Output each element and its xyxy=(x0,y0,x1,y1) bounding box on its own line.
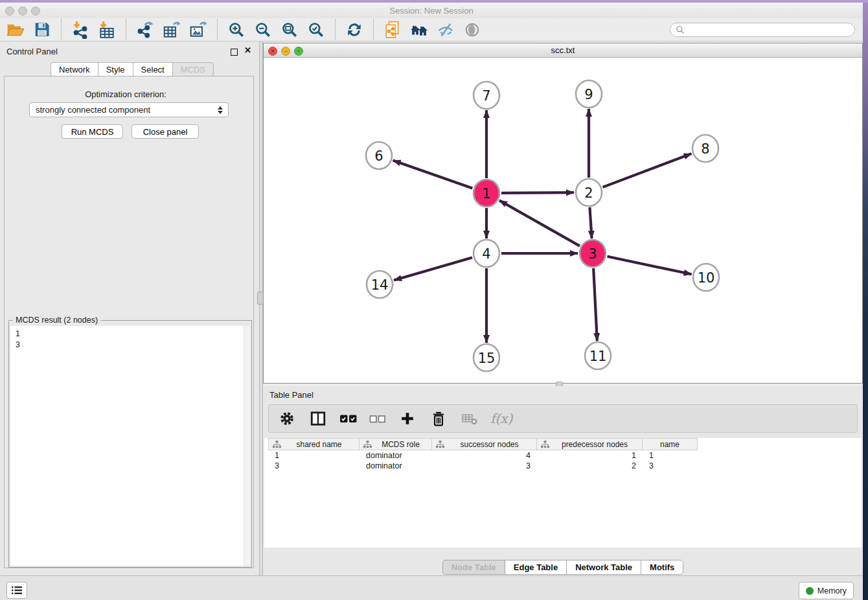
select-stepper-icon xyxy=(218,106,223,114)
mcds-panel: Optimization criterion: strongly connect… xyxy=(4,76,254,568)
column-header-mcds-role[interactable]: MCDS role xyxy=(360,438,432,450)
cell: 2 xyxy=(537,461,643,470)
search-box[interactable] xyxy=(670,23,855,37)
home-icon[interactable] xyxy=(409,19,429,40)
column-header-predecessor-nodes[interactable]: predecessor nodes xyxy=(537,438,643,450)
tab-mcds[interactable]: MCDS xyxy=(172,62,214,76)
import-table-icon[interactable] xyxy=(97,19,117,40)
table-toolbar: f(x) xyxy=(268,404,858,433)
cell: 3 xyxy=(432,461,537,470)
edge-1-2[interactable] xyxy=(501,192,574,193)
edge-3-1[interactable] xyxy=(499,200,580,246)
node-label: 11 xyxy=(589,349,607,364)
node-table: shared name MCDS role successor nodes pr… xyxy=(264,438,862,548)
edge-1-6[interactable] xyxy=(393,161,473,189)
mcds-result-area[interactable]: 1 3 xyxy=(10,326,250,566)
network-graph: 7968124314101511 xyxy=(264,58,862,383)
mcds-result-text: 1 3 xyxy=(16,329,250,351)
table-body: 1dominator4113dominator323 xyxy=(268,450,698,471)
tab-network-table[interactable]: Network Table xyxy=(566,560,641,575)
tab-motifs[interactable]: Motifs xyxy=(641,560,683,575)
memory-button[interactable]: Memory xyxy=(799,582,854,599)
network-canvas[interactable]: 7968124314101511 xyxy=(264,58,862,383)
import-network-icon[interactable] xyxy=(70,19,91,40)
cell: 4 xyxy=(432,451,537,460)
zoom-fit-icon[interactable] xyxy=(279,19,300,40)
table-row[interactable]: 3dominator323 xyxy=(268,461,698,471)
edge-4-14[interactable] xyxy=(394,257,472,280)
hide-eye-icon[interactable] xyxy=(435,19,456,40)
result-scrollbar[interactable] xyxy=(244,326,250,566)
table-header-row: shared name MCDS role successor nodes pr… xyxy=(268,438,698,450)
add-column-icon[interactable] xyxy=(397,408,418,429)
node-label: 4 xyxy=(482,246,490,262)
copy-network-icon[interactable] xyxy=(382,19,403,40)
task-list-button[interactable] xyxy=(6,582,27,599)
column-type-icon xyxy=(436,441,444,448)
zoom-selected-icon[interactable] xyxy=(306,19,326,40)
cell: 1 xyxy=(643,451,698,460)
close-panel-icon[interactable]: ✕ xyxy=(244,45,251,55)
criterion-value: strongly connected component xyxy=(36,105,150,115)
column-header-successor-nodes[interactable]: successor nodes xyxy=(432,438,537,450)
delete-table-icon[interactable] xyxy=(459,408,480,429)
mcds-result-title: MCDS result (2 nodes) xyxy=(13,316,100,325)
criterion-select[interactable]: strongly connected component xyxy=(29,102,229,117)
cell: dominator xyxy=(360,461,432,470)
table-panel: Table Panel ✕ f(x) xyxy=(263,386,863,575)
desktop-right-strip xyxy=(863,3,868,600)
export-image-icon[interactable] xyxy=(188,19,209,40)
list-icon xyxy=(11,586,23,595)
close-panel-button[interactable]: Close panel xyxy=(131,124,199,139)
network-titlebar: ✕ – + scc.txt xyxy=(264,43,862,58)
table-tabs: Node TableEdge TableNetwork TableMotifs xyxy=(263,560,863,575)
refresh-icon[interactable] xyxy=(344,19,365,40)
toolbar-separator xyxy=(217,19,218,40)
column-type-icon xyxy=(363,441,372,448)
columns-icon[interactable] xyxy=(308,408,328,429)
node-label: 8 xyxy=(701,141,709,157)
edge-2-8[interactable] xyxy=(603,154,692,187)
control-panel-title: Control Panel xyxy=(6,47,58,56)
edge-3-11[interactable] xyxy=(593,268,597,341)
cell: 1 xyxy=(537,451,643,460)
tab-select[interactable]: Select xyxy=(133,62,172,76)
edge-3-10[interactable] xyxy=(608,257,692,274)
open-file-icon[interactable] xyxy=(5,19,26,40)
export-table-icon[interactable] xyxy=(161,19,182,40)
delete-icon[interactable] xyxy=(428,408,449,429)
function-builder-icon[interactable]: f(x) xyxy=(490,411,512,426)
main-toolbar xyxy=(0,18,863,41)
save-session-icon[interactable] xyxy=(32,19,52,40)
node-label: 14 xyxy=(371,277,389,293)
control-panel: Control Panel ✕ NetworkStyleSelectMCDS O… xyxy=(0,41,259,575)
zoom-in-icon[interactable] xyxy=(226,19,247,40)
node-label: 2 xyxy=(584,185,593,201)
eye-icon[interactable] xyxy=(462,19,483,40)
gear-icon[interactable] xyxy=(277,408,297,429)
cell: 3 xyxy=(643,461,698,470)
export-network-icon[interactable] xyxy=(135,19,155,40)
run-mcds-button[interactable]: Run MCDS xyxy=(62,124,123,139)
tab-network[interactable]: Network xyxy=(51,62,98,76)
search-icon xyxy=(676,25,685,34)
column-header-name[interactable]: name xyxy=(643,438,698,450)
tab-edge-table[interactable]: Edge Table xyxy=(505,560,566,575)
toolbar-separator xyxy=(126,19,126,40)
node-label: 7 xyxy=(482,88,490,104)
zoom-out-icon[interactable] xyxy=(253,19,273,40)
tab-node-table[interactable]: Node Table xyxy=(442,560,505,575)
memory-status-icon xyxy=(806,587,814,595)
tab-style[interactable]: Style xyxy=(98,62,133,76)
edge-2-3[interactable] xyxy=(589,207,591,238)
node-label: 6 xyxy=(374,148,383,164)
window-title: Session: New Session xyxy=(0,6,863,16)
table-row[interactable]: 1dominator411 xyxy=(268,450,698,461)
unselect-all-icon[interactable] xyxy=(369,408,387,429)
cell: 3 xyxy=(268,461,360,470)
select-all-icon[interactable] xyxy=(339,408,358,429)
node-label: 9 xyxy=(584,87,593,102)
float-panel-icon[interactable] xyxy=(231,49,238,56)
column-header-shared-name[interactable]: shared name xyxy=(268,438,360,450)
search-input[interactable] xyxy=(688,23,854,36)
